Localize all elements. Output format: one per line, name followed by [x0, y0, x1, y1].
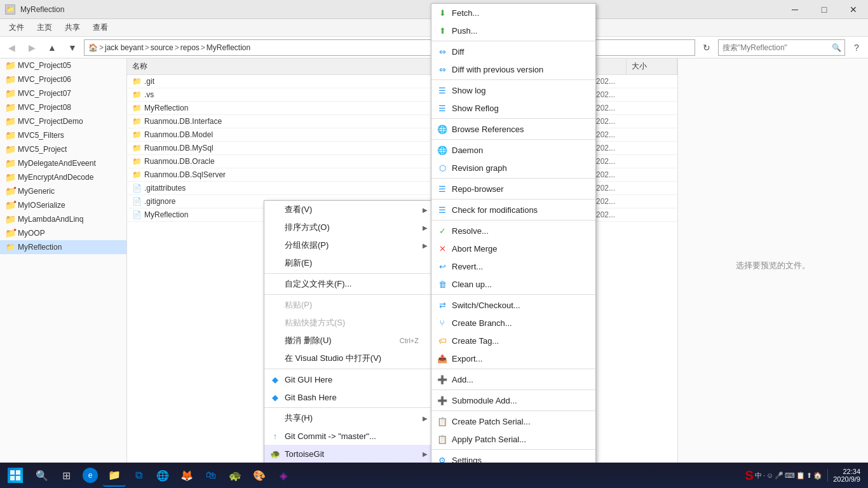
file-date: 202... — [596, 170, 672, 179]
ctx-item-repo-browser[interactable]: ☰ Repo-browser — [431, 180, 595, 198]
close-button[interactable]: ✕ — [839, 0, 868, 19]
ctx-item-git-commit[interactable]: ↑ Git Commit -> "master"... — [264, 427, 431, 445]
path-part-2: source — [151, 43, 173, 52]
help-button[interactable]: ? — [848, 39, 865, 57]
sidebar-item-delegate[interactable]: 📁 MyDelegateAndEveent — [0, 156, 126, 170]
file-date: 202... — [596, 210, 672, 219]
ctx-item-diff-prev[interactable]: ⇔ Diff with previous version — [431, 60, 595, 78]
ctx-item-abort-merge[interactable]: ✕ Abort Merge — [431, 240, 595, 257]
tray-icon-2[interactable]: · — [763, 471, 765, 479]
sidebar-item-generic[interactable]: 📁 ● MyGeneric — [0, 184, 126, 198]
clock-display[interactable]: 22:34 2020/9/9 — [833, 468, 860, 483]
taskbar-app-taskview[interactable]: ⊞ — [55, 464, 78, 487]
search-button[interactable]: 🔍 — [828, 39, 844, 56]
tray-icon-1[interactable]: 中 — [755, 471, 762, 480]
ctx-item-create-branch[interactable]: ⑂ Create Branch... — [431, 314, 595, 332]
col-header-size[interactable]: 大小 — [627, 58, 677, 74]
sidebar-item-mvc07[interactable]: 📁 MVC_Project07 — [0, 86, 126, 100]
maximize-button[interactable]: □ — [810, 0, 839, 19]
refresh-button[interactable]: ↻ — [698, 39, 715, 57]
menu-share[interactable]: 共享 — [58, 20, 86, 36]
ctx-item-customize[interactable]: 自定义文件夹(F)... — [264, 275, 431, 293]
sidebar-item-encrypt[interactable]: 📁 MyEncryptAndDecode — [0, 170, 126, 184]
forward-button[interactable]: ▶ — [23, 39, 41, 57]
file-date: 202... — [596, 90, 672, 99]
start-button[interactable] — [3, 463, 28, 488]
sidebar-item-mvc05[interactable]: 📁 MVC_Project05 — [0, 58, 126, 72]
ctx-item-group[interactable]: 分组依据(P) — [264, 236, 431, 254]
ctx-item-cleanup[interactable]: 🗑 Clean up... — [431, 275, 595, 293]
taskbar-app-paint[interactable]: 🎨 — [248, 464, 271, 487]
tray-icon-6[interactable]: 📋 — [796, 471, 805, 480]
context-menu-folder: 查看(V) 排序方式(O) 分组依据(P) 刷新(E) 自定义文件夹(F)...… — [264, 200, 432, 488]
sidebar-item-mvc08[interactable]: 📁 MVC_Project08 — [0, 100, 126, 114]
sidebar-item-oop[interactable]: 📁 ● MyOOP — [0, 226, 126, 240]
start-icon — [8, 468, 23, 483]
ctx-item-browse-refs[interactable]: 🌐 Browse References — [431, 120, 595, 138]
ctx-item-revision-graph[interactable]: ⬡ Revision graph — [431, 159, 595, 177]
ctx-item-daemon[interactable]: 🌐 Daemon — [431, 141, 595, 159]
ctx-item-create-patch[interactable]: 📋 Create Patch Serial... — [431, 412, 595, 430]
sidebar-item-ioserialize[interactable]: 📁 ● MyIOSerialize — [0, 198, 126, 212]
taskbar-app-chrome[interactable]: 🌐 — [151, 464, 174, 487]
back-button[interactable]: ◀ — [3, 39, 20, 57]
ctx-item-refresh[interactable]: 刷新(E) — [264, 254, 431, 272]
ctx-item-check-modifications[interactable]: ☰ Check for modifications — [431, 201, 595, 219]
ctx-item-resolve[interactable]: ✓ Resolve... — [431, 222, 595, 240]
sidebar-item-mvc5filters[interactable]: 📁 MVC5_Filters — [0, 128, 126, 142]
ctx-item-fetch[interactable]: ⬇ Fetch... — [431, 4, 595, 22]
menu-view[interactable]: 查看 — [86, 20, 114, 36]
ctx-item-revert[interactable]: ↩ Revert... — [431, 257, 595, 275]
ctx-item-paste-shortcut[interactable]: 粘贴快捷方式(S) — [264, 314, 431, 332]
tray-icon-4[interactable]: 🎤 — [775, 471, 783, 480]
ctx-item-tortoisegit[interactable]: 🐢 TortoiseGit — [264, 445, 431, 463]
ctx-item-push[interactable]: ⬆ Push... — [431, 22, 595, 39]
ctx-item-sort[interactable]: 排序方式(O) — [264, 219, 431, 236]
path-part-3: repos — [180, 43, 200, 52]
recent-button[interactable]: ▼ — [64, 39, 81, 57]
ctx-item-apply-patch[interactable]: 📋 Apply Patch Serial... — [431, 430, 595, 448]
tray-icon-7[interactable]: ⬆ — [806, 471, 812, 480]
ctx-item-undo[interactable]: 撤消 删除(U) Ctrl+Z — [264, 332, 431, 349]
search-input[interactable] — [719, 43, 828, 52]
ctx-item-diff[interactable]: ⇔ Diff — [431, 43, 595, 60]
export-icon: 📤 — [437, 353, 448, 364]
taskbar-app-tortoise[interactable]: 🐢 — [224, 464, 247, 487]
sidebar-item-lambda[interactable]: 📁 MyLambdaAndLinq — [0, 212, 126, 226]
ctx-item-submodule[interactable]: ➕ Submodule Add... — [431, 391, 595, 409]
taskbar-app-extra[interactable]: ◈ — [272, 464, 295, 487]
ctx-item-show-log[interactable]: ☰ Show log — [431, 81, 595, 99]
sidebar-item-mvcdemo[interactable]: 📁 MVC_ProjectDemo — [0, 114, 126, 128]
taskbar-app-store[interactable]: 🛍 — [200, 464, 222, 487]
taskbar-app-explorer[interactable]: 📁 — [103, 464, 126, 487]
tray-icon-5[interactable]: ⌨ — [785, 471, 795, 480]
tray-icon-8[interactable]: 🏠 — [813, 471, 822, 480]
sidebar-item-myreflection[interactable]: 📁 MyReflection — [0, 240, 126, 254]
ctx-item-export[interactable]: 📤 Export... — [431, 349, 595, 367]
ctx-item-open-vs[interactable]: 在 Visual Studio 中打开(V) — [264, 349, 431, 367]
taskbar-app-vscode[interactable]: ⧉ — [127, 464, 150, 487]
taskbar-app-edge[interactable]: e — [79, 464, 102, 487]
file-icon: 📁 — [132, 77, 142, 86]
folder-icon: 📁 — [5, 144, 15, 154]
ctx-item-paste[interactable]: 粘贴(P) — [264, 296, 431, 314]
tray-icon-3[interactable]: ☺ — [766, 471, 773, 479]
address-path[interactable]: 🏠 > jack beyant > source > repos > MyRef… — [84, 39, 695, 56]
ctx-item-add[interactable]: ➕ Add... — [431, 370, 595, 388]
ctx-item-git-bash[interactable]: ◆ Git Bash Here — [264, 388, 431, 406]
menu-file[interactable]: 文件 — [3, 20, 31, 36]
up-button[interactable]: ▲ — [43, 39, 61, 57]
menu-home[interactable]: 主页 — [31, 20, 58, 36]
sidebar-item-mvc06[interactable]: 📁 MVC_Project06 — [0, 72, 126, 86]
sidebar-item-mvc5project[interactable]: 📁 MVC5_Project — [0, 142, 126, 156]
ctx-item-share[interactable]: 共享(H) — [264, 409, 431, 427]
ctx-item-view[interactable]: 查看(V) — [264, 201, 431, 219]
ctx-item-create-tag[interactable]: 🏷 Create Tag... — [431, 332, 595, 349]
ctx-item-switch[interactable]: ⇄ Switch/Checkout... — [431, 296, 595, 314]
minimize-button[interactable]: ─ — [780, 0, 810, 19]
ctx-item-git-gui[interactable]: ◆ Git GUI Here — [264, 370, 431, 388]
git-ok-icon: 📄 — [132, 197, 142, 206]
taskbar-app-search[interactable]: 🔍 — [31, 464, 53, 487]
taskbar-app-firefox[interactable]: 🦊 — [175, 464, 198, 487]
ctx-item-show-reflog[interactable]: ☰ Show Reflog — [431, 99, 595, 117]
